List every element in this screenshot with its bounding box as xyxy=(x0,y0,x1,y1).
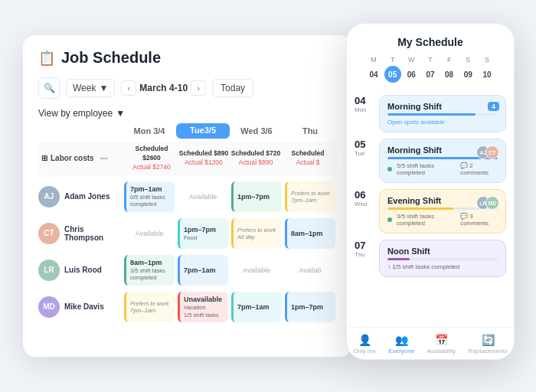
mobile-day-sat[interactable]: S 09 xyxy=(459,56,476,83)
mobile-header: My Schedule M 04 T 05 W 06 T 07 F 08 xyxy=(347,24,514,95)
shift-meta: ↑ 1/5 shift tasks completed xyxy=(387,263,498,270)
shift-date: 04 Mon xyxy=(355,95,373,132)
mobile-day-sun[interactable]: S 10 xyxy=(479,56,495,83)
list-item: 07 Thu Noon Shift ↑ 1/5 shift tasks comp… xyxy=(355,240,506,277)
table-row: LR Luis Rood 8am–1pm 3/5 shift tasks com… xyxy=(38,253,337,287)
mobile-shifts-list: 04 Mon Morning Shift Open spots availabl… xyxy=(347,95,514,327)
col-wed: Wed 3/6 xyxy=(230,123,283,139)
shift-thompson-tue[interactable]: 1pm–7pm Food xyxy=(176,217,230,250)
employee-rows: AJ Adam Jones 7pm–1am 0/5 shift tasks co… xyxy=(38,180,337,324)
mobile-day-wed[interactable]: W 06 xyxy=(403,56,420,83)
calendar-icon: 📋 xyxy=(38,50,55,67)
shift-badge: 4 xyxy=(488,102,499,111)
shift-card-07[interactable]: Noon Shift ↑ 1/5 shift tasks completed xyxy=(379,240,506,277)
shift-rood-tue[interactable]: 7pm–1am xyxy=(176,253,230,287)
employee-info-thompson: CT Chris Thompson xyxy=(38,223,123,244)
shift-davis-tue[interactable]: Unavailable Vacation 1/5 shift tasks xyxy=(176,290,230,324)
shift-rood-thu: Availab xyxy=(283,253,337,287)
employee-name: Mike Davis xyxy=(64,302,104,311)
employee-name: Adam Jones xyxy=(64,192,109,201)
mobile-day-thu[interactable]: T 07 xyxy=(422,56,439,83)
grid-header: Mon 3/4 Tue3/5 Wed 3/6 Thu xyxy=(38,123,337,139)
replacements-icon: 🔄 xyxy=(482,334,495,346)
calendar-check-icon: 📅 xyxy=(435,334,448,346)
shift-davis-wed[interactable]: 7pm–1am xyxy=(230,290,283,324)
shift-card-06[interactable]: Evening Shift 3/5 shift tasks completed … xyxy=(379,189,506,234)
mobile-day-mon[interactable]: M 04 xyxy=(365,56,382,83)
progress-bar xyxy=(387,113,476,116)
list-item: 05 Tue Morning Shift 5/5 shift tasks com… xyxy=(355,139,506,183)
view-by-employee[interactable]: View by employee ▼ xyxy=(38,108,125,119)
shift-card-05[interactable]: Morning Shift 5/5 shift tasks completed … xyxy=(379,139,506,183)
progress-bar xyxy=(387,258,410,260)
nav-everyone[interactable]: 👥 Everyone xyxy=(384,334,419,354)
card-header: 📋 Job Schedule xyxy=(38,49,337,67)
shift-card-04[interactable]: Morning Shift Open spots available 4 xyxy=(379,95,506,132)
shift-thompson-wed[interactable]: Prefers to work All day xyxy=(230,217,283,250)
labor-thu: Scheduled Actual $ xyxy=(282,149,334,168)
mobile-schedule-card: My Schedule M 04 T 05 W 06 T 07 F 08 xyxy=(346,23,515,360)
list-item: 04 Mon Morning Shift Open spots availabl… xyxy=(355,95,506,132)
shift-avatars: LR MD xyxy=(476,196,499,210)
schedule-grid: Mon 3/4 Tue3/5 Wed 3/6 Thu ⊞ Labor costs… xyxy=(38,123,337,324)
mobile-nav: 👤 Only me 👥 Everyone 📅 Availability 🔄 Re… xyxy=(347,327,514,359)
shift-date: 05 Tue xyxy=(355,139,373,183)
employee-info-davis: MD Mike Davis xyxy=(38,296,123,318)
shift-jones-mon[interactable]: 7pm–1am 0/5 shift tasks completed xyxy=(123,180,176,214)
next-week-button[interactable]: › xyxy=(191,80,206,96)
labor-label: ⊞ Labor costs ··· xyxy=(41,153,126,164)
shift-jones-thu[interactable]: Prefers to work 7pm–1am xyxy=(283,180,337,214)
status-dot xyxy=(387,217,392,222)
mobile-day-selector: M 04 T 05 W 06 T 07 F 08 S 09 xyxy=(359,56,502,83)
avatar: CT xyxy=(485,145,499,159)
shift-davis-thu[interactable]: 1pm–7pm xyxy=(283,290,337,324)
today-button[interactable]: Today xyxy=(212,79,253,97)
desktop-schedule-card: 📋 Job Schedule 🔍 Week ▼ ‹ March 4-10 › T… xyxy=(23,35,352,357)
date-nav: ‹ March 4-10 › xyxy=(121,80,206,96)
nav-replacements[interactable]: 🔄 Replacements xyxy=(464,334,512,354)
avatar: LR xyxy=(38,260,60,281)
shift-rood-wed: Available xyxy=(230,253,283,287)
person-icon: 👤 xyxy=(358,334,371,346)
shift-progress xyxy=(387,258,498,260)
group-icon: 👥 xyxy=(395,334,408,346)
status-dot xyxy=(387,167,392,172)
labor-costs-row: ⊞ Labor costs ··· Scheduled $2600 Actual… xyxy=(38,142,337,175)
card-title: Job Schedule xyxy=(61,49,161,67)
shift-davis-mon[interactable]: Prefers to work 7pm–1am xyxy=(123,290,176,324)
date-range: March 4-10 xyxy=(139,83,188,93)
shift-avatars: AJ CT xyxy=(476,145,499,159)
nav-availability[interactable]: 📅 Availability xyxy=(423,334,461,354)
shift-jones-tue: Available xyxy=(176,180,230,214)
employee-info-jones: AJ Adam Jones xyxy=(38,186,123,207)
list-item: 06 Wed Evening Shift 3/5 shift tasks com… xyxy=(355,189,506,234)
shift-date: 06 Wed xyxy=(355,189,373,234)
prev-week-button[interactable]: ‹ xyxy=(121,80,136,96)
view-bar: View by employee ▼ xyxy=(38,108,337,119)
avatar: MD xyxy=(38,296,60,318)
employee-name: Chris Thompson xyxy=(64,225,119,242)
labor-tue: Scheduled $890 Actual $1200 xyxy=(178,149,230,168)
labor-mon: Scheduled $2600 Actual $2740 xyxy=(126,145,178,172)
shift-jones-wed[interactable]: 1pm–7pm xyxy=(230,180,283,214)
shift-thompson-mon: Available xyxy=(123,217,176,250)
table-row: CT Chris Thompson Available 1pm–7pm Food… xyxy=(38,217,337,250)
employee-name: Luis Rood xyxy=(64,266,102,274)
table-row: MD Mike Davis Prefers to work 7pm–1am Un… xyxy=(38,290,337,324)
mobile-day-tue[interactable]: T 05 xyxy=(384,56,401,83)
toolbar: 🔍 Week ▼ ‹ March 4-10 › Today xyxy=(38,77,337,99)
mobile-day-fri[interactable]: F 08 xyxy=(441,56,458,83)
week-selector[interactable]: Week ▼ xyxy=(66,79,115,97)
shift-rood-mon[interactable]: 8am–1pm 3/5 shift tasks completed xyxy=(123,253,176,287)
mobile-title: My Schedule xyxy=(359,36,502,48)
search-button[interactable]: 🔍 xyxy=(38,77,60,99)
shift-meta: 3/5 shift tasks completed 💬 3 comments xyxy=(387,213,498,227)
avatar: MD xyxy=(485,196,499,210)
labor-more-button[interactable]: ··· xyxy=(100,153,108,164)
shift-thompson-thu[interactable]: 8am–1pm xyxy=(283,217,337,250)
shift-progress xyxy=(387,113,498,116)
labor-wed: Scheduled $720 Actual $890 xyxy=(230,149,282,168)
avatar: AJ xyxy=(38,186,60,207)
progress-bar xyxy=(387,207,453,210)
nav-only-me[interactable]: 👤 Only me xyxy=(348,334,381,354)
